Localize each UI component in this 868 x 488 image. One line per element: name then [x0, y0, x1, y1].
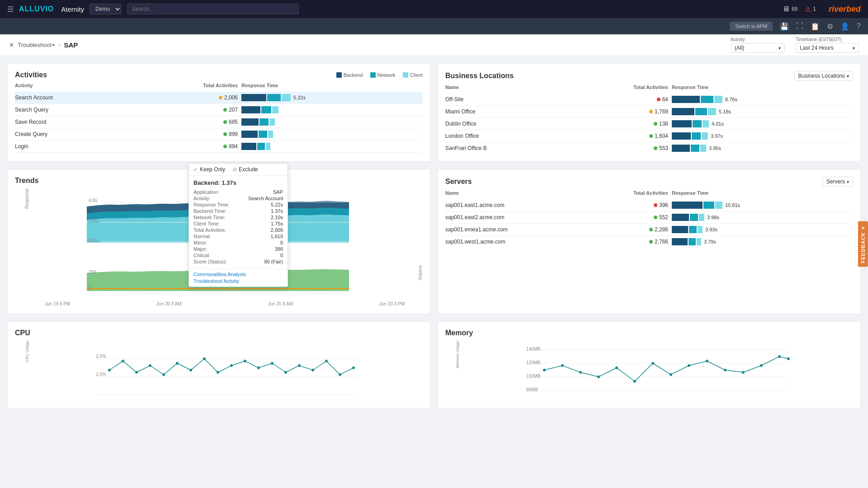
- bar-client: [697, 238, 701, 245]
- memory-card: Memory Memory Usage 140MB 120MB 100MB 80…: [438, 321, 861, 408]
- close-icon[interactable]: ✕: [9, 42, 14, 48]
- svg-point-14: [162, 373, 165, 376]
- status-dot: [223, 145, 227, 148]
- memory-title: Memory: [445, 329, 853, 337]
- activity-tooltip: ✓ Keep Only ⊘ Exclude Backend: 1.37s App…: [189, 163, 288, 287]
- table-row[interactable]: Login 894: [15, 141, 423, 153]
- bar-network: [689, 226, 697, 233]
- svg-point-12: [135, 371, 138, 374]
- svg-point-38: [561, 364, 564, 367]
- save-icon[interactable]: 💾: [780, 22, 789, 31]
- search-input[interactable]: [127, 4, 299, 14]
- bar-network: [703, 202, 714, 209]
- table-row[interactable]: Search Query 207: [15, 104, 423, 116]
- table-row[interactable]: Miami Office 1,769 5.18s: [445, 106, 853, 118]
- table-row[interactable]: Dublin Office 138 4.01s: [445, 118, 853, 130]
- svg-point-21: [257, 366, 260, 369]
- svg-point-23: [284, 371, 287, 374]
- svg-text:0: 0: [89, 286, 91, 291]
- svg-point-39: [579, 371, 582, 374]
- settings-icon[interactable]: ⚙: [827, 22, 833, 31]
- bar-network: [691, 145, 699, 152]
- bar-client: [702, 132, 708, 140]
- network-color-swatch: [370, 72, 376, 78]
- svg-point-46: [706, 360, 708, 362]
- keep-only-action[interactable]: ✓ Keep Only: [193, 166, 225, 173]
- bar-client: [708, 108, 716, 115]
- table-row[interactable]: SanFran Office B 553 3.95s: [445, 142, 853, 154]
- chevron-down-icon: ▾: [847, 74, 849, 79]
- status-dot: [219, 96, 222, 99]
- svg-point-11: [122, 360, 124, 362]
- bar-network: [693, 120, 702, 127]
- tooltip-body: Backend: 1.37s Application: SAP Activity…: [189, 176, 288, 268]
- memory-chart-area: 140MB 120MB 100MB 80MB: [462, 341, 853, 401]
- brand-alluvio: ALLUVIO: [19, 5, 54, 13]
- troubleshoot-activity-link[interactable]: Troubleshoot Activity: [193, 278, 283, 284]
- tooltip-total-row: Total Activities: 2,006: [193, 227, 283, 233]
- table-row[interactable]: sap001.east1.acme.com 396 10.81s: [445, 199, 853, 211]
- table-row[interactable]: sap001.emea1.acme.com 2,286 3.93s: [445, 224, 853, 236]
- bar-backend: [241, 143, 256, 150]
- activity-filter-label: Activity: [731, 37, 785, 42]
- svg-point-19: [230, 364, 233, 367]
- status-dot: [654, 122, 657, 126]
- timeframe-filter-select[interactable]: Last 24 Hours ▾: [796, 43, 859, 53]
- svg-text:2.0%: 2.0%: [96, 354, 106, 359]
- demo-environment-select[interactable]: Demo: [90, 4, 122, 14]
- activity-filter-select[interactable]: (All) ▾: [731, 43, 785, 53]
- alert-item[interactable]: ⚠ 1: [805, 5, 816, 14]
- table-row[interactable]: sap001.west1.acme.com 2,766 3.79s: [445, 236, 853, 248]
- switch-to-apm-button[interactable]: Switch to APM: [730, 22, 773, 31]
- svg-text:2.0s: 2.0s: [89, 218, 97, 223]
- expand-icon[interactable]: ⛶: [796, 22, 803, 30]
- svg-point-42: [633, 380, 636, 383]
- table-row[interactable]: Save Record 685: [15, 116, 423, 128]
- svg-point-15: [176, 362, 179, 365]
- commonalities-analysis-link[interactable]: Commonalities Analysis: [193, 272, 283, 277]
- status-dot: [223, 108, 227, 112]
- bar-backend: [241, 131, 258, 138]
- bar-client: [266, 143, 270, 150]
- business-locations-dropdown[interactable]: Business Locations ▾: [794, 71, 853, 81]
- svg-point-40: [597, 375, 600, 378]
- svg-point-25: [311, 369, 314, 371]
- status-dot: [654, 146, 657, 150]
- cpu-svg: 2.0% 1.0%: [31, 341, 423, 399]
- svg-text:80MB: 80MB: [526, 387, 538, 392]
- svg-text:4.0s: 4.0s: [89, 198, 97, 203]
- bar-backend: [672, 108, 694, 115]
- bar-client: [703, 120, 709, 127]
- cpu-card: CPU CPU Usage 2.0% 1.0%: [7, 321, 430, 408]
- svg-text:0.0s: 0.0s: [89, 238, 97, 243]
- servers-dropdown[interactable]: Servers ▾: [822, 177, 853, 187]
- svg-text:1.0%: 1.0%: [96, 372, 106, 377]
- bar-network: [701, 96, 713, 103]
- table-row[interactable]: Create Query 899: [15, 128, 423, 141]
- troubleshoot-breadcrumb[interactable]: Troubleshoot ▾: [18, 42, 55, 48]
- hamburger-menu-icon[interactable]: ☰: [7, 5, 14, 14]
- tooltip-normal-row: Normal: 1,610: [193, 233, 283, 239]
- tooltip-backend-row: Backend Time: 1.37s: [193, 208, 283, 214]
- table-row[interactable]: sap001.east2.acme.com 552 3.98s: [445, 211, 853, 224]
- user-icon[interactable]: 👤: [840, 22, 849, 31]
- exclude-action[interactable]: ⊘ Exclude: [232, 166, 258, 173]
- monitor-status-item[interactable]: 🖥 69: [783, 5, 797, 13]
- table-row[interactable]: Search Account 2,006 5.22s: [15, 92, 423, 104]
- backend-color-swatch: [336, 72, 342, 78]
- business-locations-card: Business Locations Business Locations ▾ …: [438, 63, 861, 162]
- cpu-chart-area: 2.0% 1.0%: [31, 341, 423, 401]
- bar-client: [700, 145, 706, 152]
- volume-orange-line: [87, 289, 349, 289]
- memory-chart-wrapper: Memory Usage 140MB 120MB 100MB 80MB: [445, 341, 853, 401]
- memory-y-label-wrapper: Memory Usage: [445, 341, 460, 401]
- svg-point-16: [189, 369, 192, 371]
- svg-point-44: [670, 373, 672, 376]
- help-icon[interactable]: ?: [857, 22, 861, 30]
- table-row[interactable]: London Office 1,604 3.97s: [445, 130, 853, 142]
- table-row[interactable]: Off-Site 64 8.76s: [445, 94, 853, 106]
- feedback-button[interactable]: FEEDBACK ✕: [858, 221, 868, 267]
- cpu-y-label: CPU Usage: [25, 341, 29, 362]
- breadcrumb-separator: ›: [58, 42, 60, 48]
- copy-icon[interactable]: 📋: [811, 22, 820, 31]
